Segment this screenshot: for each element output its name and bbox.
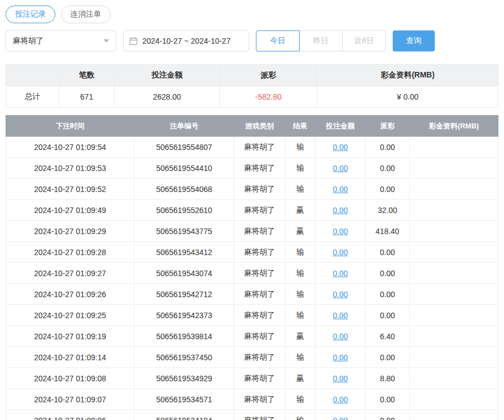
date-range-value: 2024-10-27 ~ 2024-10-27 [142,37,230,45]
cell-order-id: 5065619543412 [135,242,234,263]
cell-game-type: 麻将胡了 [234,389,285,410]
cell-bet-amount: 0.00 [316,305,366,326]
date-quick-buttons: 今日 昨日 近8日 [256,30,386,51]
cell-order-id: 5065619554410 [135,158,234,179]
bet-amount-link[interactable]: 0.00 [333,290,348,299]
bet-amount-link[interactable]: 0.00 [333,311,348,320]
bet-amount-link[interactable]: 0.00 [333,353,348,362]
cell-bonus [410,200,498,221]
cell-payout: 6.40 [366,326,410,347]
bet-amount-link[interactable]: 0.00 [333,248,348,257]
calendar-icon [129,37,138,45]
summary-header-bet-amount: 投注金额 [115,65,220,86]
bet-amount-link[interactable]: 0.00 [333,143,348,152]
cell-bet-time: 2024-10-27 01:09:52 [6,179,135,200]
bet-amount-link[interactable]: 0.00 [333,395,348,404]
cell-result: 赢 [285,326,316,347]
cell-bet-time: 2024-10-27 01:09:14 [6,347,135,368]
bet-amount-link[interactable]: 0.00 [333,332,348,341]
cell-bet-time: 2024-10-27 01:09:25 [6,305,135,326]
cell-payout: 0.00 [366,179,410,200]
cell-bet-time: 2024-10-27 01:09:06 [6,410,135,420]
cell-payout: 418.40 [366,221,410,242]
summary-bonus-value: ¥ 0.00 [317,86,498,108]
tabs-row: 投注记录 连消注单 [6,6,498,23]
table-row: 2024-10-27 01:09:265065619542712麻将胡了输0.0… [6,284,498,305]
game-select[interactable]: 麻将胡了 [6,30,116,51]
cell-bonus [410,284,498,305]
table-row: 2024-10-27 01:09:525065619554068麻将胡了输0.0… [6,179,498,200]
col-header-bet-amount: 投注金额 [316,116,366,137]
filter-row: 麻将胡了 2024-10-27 ~ 2024-10-27 今日 昨日 近8日 查… [6,30,498,51]
col-header-result: 结果 [285,116,316,137]
summary-header-blank [6,65,59,86]
cell-result: 输 [285,179,316,200]
betting-records-page: 投注记录 连消注单 麻将胡了 2024-10-27 ~ 2024-10-27 今… [0,0,504,420]
cell-bonus [410,347,498,368]
cell-result: 输 [285,158,316,179]
cell-bonus [410,368,498,389]
bet-amount-link[interactable]: 0.00 [333,164,348,173]
table-row: 2024-10-27 01:09:545065619554807麻将胡了输0.0… [6,137,498,158]
cell-order-id: 5065619534571 [135,389,234,410]
bet-amount-link[interactable]: 0.00 [333,206,348,215]
cell-order-id: 5065619554068 [135,179,234,200]
cell-bet-time: 2024-10-27 01:09:53 [6,158,135,179]
table-row: 2024-10-27 01:09:275065619543074麻将胡了输0.0… [6,263,498,284]
cell-result: 输 [285,284,316,305]
cell-bet-amount: 0.00 [316,221,366,242]
cell-bonus [410,242,498,263]
table-row: 2024-10-27 01:09:535065619554410麻将胡了输0.0… [6,158,498,179]
cell-bonus [410,221,498,242]
cell-bet-amount: 0.00 [316,326,366,347]
cell-result: 赢 [285,221,316,242]
cell-order-id: 5065619543775 [135,221,234,242]
cell-result: 输 [285,242,316,263]
bet-table-body: 2024-10-27 01:09:545065619554807麻将胡了输0.0… [6,137,498,420]
today-button[interactable]: 今日 [256,30,300,51]
cell-bet-amount: 0.00 [316,347,366,368]
cell-bet-amount: 0.00 [316,389,366,410]
cell-game-type: 麻将胡了 [234,326,285,347]
cell-bet-amount: 0.00 [316,242,366,263]
date-range-picker[interactable]: 2024-10-27 ~ 2024-10-27 [123,30,249,51]
cell-payout: 0.00 [366,389,410,410]
cell-payout: 0.00 [366,347,410,368]
cell-bonus [410,326,498,347]
bet-amount-link[interactable]: 0.00 [333,416,348,420]
cell-bet-time: 2024-10-27 01:09:07 [6,389,135,410]
last-8-days-button[interactable]: 近8日 [342,30,386,51]
bet-amount-link[interactable]: 0.00 [333,269,348,278]
col-header-order-id: 注单编号 [135,116,234,137]
bet-amount-link[interactable]: 0.00 [333,374,348,383]
bet-amount-link[interactable]: 0.00 [333,185,348,194]
table-row: 2024-10-27 01:09:065065619534184麻将胡了输0.0… [6,410,498,420]
cell-bet-amount: 0.00 [316,263,366,284]
cell-result: 输 [285,305,316,326]
table-row: 2024-10-27 01:09:255065619542373麻将胡了输0.0… [6,305,498,326]
query-button[interactable]: 查询 [393,30,435,51]
cell-game-type: 麻将胡了 [234,158,285,179]
cell-game-type: 麻将胡了 [234,284,285,305]
table-row: 2024-10-27 01:09:075065619534571麻将胡了输0.0… [6,389,498,410]
cell-game-type: 麻将胡了 [234,242,285,263]
summary-payout-value: -582.80 [220,86,317,108]
cell-result: 输 [285,389,316,410]
table-row: 2024-10-27 01:09:285065619543412麻将胡了输0.0… [6,242,498,263]
summary-table: 笔数 投注金额 派彩 彩金资料(RMB) 总计 671 2628.00 -582… [6,64,498,108]
cell-payout: 0.00 [366,410,410,420]
yesterday-button[interactable]: 昨日 [299,30,343,51]
cell-bet-amount: 0.00 [316,284,366,305]
cell-bet-amount: 0.00 [316,158,366,179]
cell-bet-time: 2024-10-27 01:09:26 [6,284,135,305]
cell-game-type: 麻将胡了 [234,137,285,158]
table-row: 2024-10-27 01:09:085065619534929麻将胡了赢0.0… [6,368,498,389]
tab-cancelled-orders[interactable]: 连消注单 [61,6,111,23]
bet-amount-link[interactable]: 0.00 [333,227,348,236]
game-select-value: 麻将胡了 [13,36,44,46]
tab-betting-records[interactable]: 投注记录 [6,6,55,23]
cell-bet-time: 2024-10-27 01:09:27 [6,263,135,284]
cell-game-type: 麻将胡了 [234,200,285,221]
cell-order-id: 5065619539814 [135,326,234,347]
cell-result: 输 [285,410,316,420]
